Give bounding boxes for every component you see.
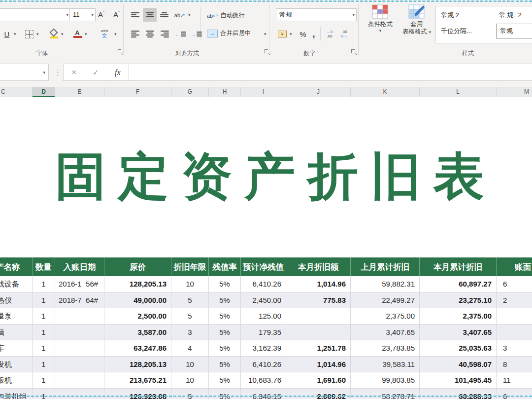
font-color-button[interactable]: A — [72, 27, 83, 40]
table-cell[interactable]: 2,009.62 — [286, 389, 351, 399]
chevron-down-icon[interactable]: ▾ — [14, 32, 16, 36]
table-cell[interactable]: 5 — [171, 389, 209, 399]
accounting-format-button[interactable]: ¥ — [277, 28, 288, 40]
table-cell[interactable]: 3,587.00 — [104, 325, 171, 341]
sheet-title[interactable]: 固定资产折旧表 — [10, 143, 532, 212]
table-cell[interactable]: 10 — [171, 276, 209, 292]
column-header-M[interactable]: M — [497, 87, 532, 97]
decrease-font-size-button[interactable]: Aˇ — [110, 8, 123, 21]
table-header-cell[interactable]: 账面 — [497, 257, 532, 276]
percent-style-button[interactable]: % — [298, 28, 308, 40]
table-cell[interactable]: 39,583.11 — [351, 357, 420, 373]
table-header-cell[interactable]: 本月折旧额 — [286, 257, 351, 276]
table-cell[interactable] — [286, 308, 351, 325]
table-cell[interactable]: 1,014.96 — [286, 357, 351, 373]
table-cell[interactable]: 23,783.85 — [351, 340, 420, 357]
align-bottom-button[interactable] — [158, 8, 171, 21]
table-cell[interactable]: 40,598.07 — [420, 357, 497, 373]
table-header-cell[interactable]: 折旧年限 — [171, 257, 209, 276]
column-header-G[interactable]: G — [171, 87, 209, 97]
table-cell[interactable]: 5% — [209, 292, 241, 309]
table-cell[interactable]: 5% — [209, 308, 241, 325]
table-cell[interactable]: 60,288.33 — [420, 389, 497, 399]
phonetic-guide-button[interactable]: wén 文 — [98, 27, 111, 40]
table-cell[interactable]: 车 — [0, 340, 33, 357]
table-cell[interactable]: 3,162.39 — [241, 340, 286, 357]
table-cell[interactable]: 8 — [497, 357, 532, 373]
table-cell[interactable]: 2016-1 56# — [55, 276, 104, 292]
table-cell[interactable]: 10 — [171, 372, 209, 389]
table-cell[interactable] — [55, 389, 104, 399]
table-cell[interactable]: 线设备 — [0, 276, 33, 292]
table-cell[interactable]: 58,278.71 — [351, 389, 420, 399]
cell-style-item[interactable]: 常规 2 — [499, 9, 523, 22]
decrease-indent-button[interactable]: ← — [173, 28, 187, 40]
table-cell[interactable]: 22,499.27 — [351, 292, 420, 309]
table-header-cell[interactable]: 预计净残值 — [241, 257, 286, 276]
table-cell[interactable] — [55, 372, 104, 389]
chevron-down-icon[interactable]: ▾ — [188, 12, 191, 17]
table-cell[interactable]: 1,251.78 — [286, 340, 351, 357]
chevron-down-icon[interactable]: ▾ — [264, 32, 266, 36]
table-header-cell[interactable]: 入账日期 — [55, 257, 104, 276]
chevron-down-icon[interactable]: ▾ — [85, 32, 87, 36]
table-header-cell[interactable]: 产名称 — [0, 257, 33, 276]
table-cell[interactable]: 49,000.00 — [104, 292, 171, 309]
number-dialog-launcher-icon[interactable] — [351, 49, 357, 55]
table-cell[interactable]: 25,035.63 — [420, 340, 497, 357]
table-cell[interactable]: 2,500.00 — [104, 308, 171, 325]
column-header-I[interactable]: I — [241, 87, 286, 97]
table-cell[interactable]: 5% — [209, 357, 241, 373]
table-cell[interactable]: 128,205.13 — [104, 276, 171, 292]
table-cell[interactable]: 量泵 — [0, 308, 33, 325]
table-cell[interactable] — [497, 308, 532, 325]
table-header-cell[interactable]: 残值率 — [209, 257, 241, 276]
cell-style-item[interactable]: 常规 2 — [441, 9, 459, 22]
table-cell[interactable] — [497, 325, 532, 341]
table-cell[interactable]: 4 — [171, 340, 209, 357]
table-cell[interactable]: 6,410.26 — [241, 357, 286, 373]
table-cell[interactable] — [55, 308, 104, 325]
column-header-E[interactable]: E — [55, 87, 104, 97]
table-cell[interactable]: 10 — [171, 357, 209, 373]
table-cell[interactable]: 5 — [171, 292, 209, 309]
increase-indent-button[interactable]: → — [189, 28, 203, 40]
table-cell[interactable]: 126,923.08 — [104, 389, 171, 399]
chevron-down-icon[interactable]: ▾ — [290, 32, 292, 36]
column-header-D[interactable]: D — [33, 87, 55, 97]
underline-button[interactable]: U — [1, 28, 13, 40]
table-cell[interactable]: 板机 — [0, 372, 33, 389]
chevron-down-icon[interactable]: ▾ — [61, 32, 64, 36]
table-cell[interactable]: 1 — [33, 389, 55, 399]
align-center-button[interactable] — [143, 28, 157, 40]
table-cell[interactable]: 3 — [171, 325, 209, 341]
table-cell[interactable]: 1 — [33, 340, 55, 357]
align-top-button[interactable] — [129, 8, 142, 21]
table-cell[interactable]: 发机 — [0, 357, 33, 373]
table-cell[interactable]: 2,450.00 — [241, 292, 286, 309]
font-name-combo[interactable]: ▾ — [0, 8, 70, 21]
table-cell[interactable]: 63,247.86 — [104, 340, 171, 357]
table-cell[interactable]: 3,407.65 — [351, 325, 420, 341]
table-cell[interactable]: 101,495.45 — [420, 372, 497, 389]
confirm-entry-icon[interactable]: ✓ — [93, 68, 99, 77]
format-as-table-button[interactable]: 套用 表格格式 ▾ — [399, 4, 434, 45]
table-cell[interactable]: 2,375.00 — [351, 308, 420, 325]
decrease-decimal-button[interactable]: .000→ — [338, 28, 351, 40]
table-cell[interactable]: 6,410.26 — [241, 276, 286, 292]
name-box[interactable]: ▾ — [0, 64, 49, 81]
table-cell[interactable]: 11 — [497, 372, 532, 389]
table-header-cell[interactable]: 上月累计折旧 — [351, 257, 420, 276]
orientation-button[interactable]: ab↗ — [173, 8, 186, 21]
table-header-cell[interactable]: 数量 — [33, 257, 55, 276]
column-header-K[interactable]: K — [351, 87, 420, 97]
table-header-cell[interactable]: 原价 — [104, 257, 171, 276]
conditional-formatting-button[interactable]: 条件格式 ▾ — [363, 4, 398, 45]
chevron-down-icon[interactable]: ▾ — [114, 32, 117, 36]
table-cell[interactable]: 1 — [33, 325, 55, 341]
table-cell[interactable]: 10,683.76 — [241, 372, 286, 389]
table-cell[interactable]: 5% — [209, 389, 241, 399]
table-cell[interactable]: 775.83 — [286, 292, 351, 309]
table-cell[interactable]: 59,882.31 — [351, 276, 420, 292]
cell-style-item-selected[interactable]: 常规 — [496, 24, 532, 38]
